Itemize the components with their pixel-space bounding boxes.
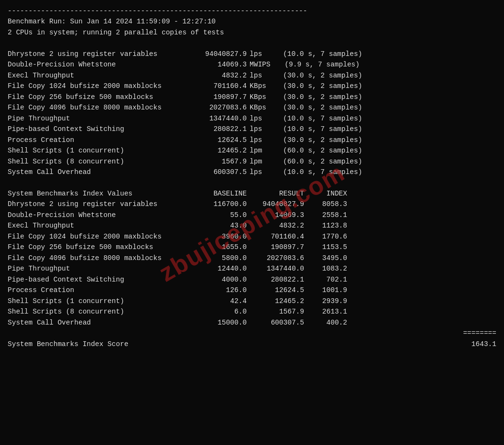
bench-name: Execl Throughput (8, 70, 194, 81)
bench-unit: lps (250, 124, 283, 134)
index-row-baseline: 42.4 (194, 296, 247, 306)
index-header-row: System Benchmarks Index ValuesBASELINERE… (8, 188, 496, 199)
index-row-index: 2613.1 (304, 306, 347, 317)
bench-name: Double-Precision Whetstone (8, 59, 194, 70)
index-row-name: Execl Throughput (8, 220, 194, 231)
divider-top: ----------------------------------------… (8, 6, 496, 16)
header-line2: 2 CPUs in system; running 2 parallel cop… (8, 27, 496, 38)
index-col4-header: INDEX (304, 188, 347, 199)
bench-unit: MWIPS (250, 59, 283, 70)
index-col2-header: BASELINE (194, 188, 247, 199)
benchmark-row: Pipe Throughput1347440.0lps(10.0 s, 7 sa… (8, 113, 496, 124)
bench-unit: lps (250, 49, 283, 59)
bench-value: 1347440.0 (194, 113, 247, 124)
index-row-result: 600307.5 (247, 317, 304, 328)
index-row-baseline: 3960.0 (194, 231, 247, 242)
bench-info: (10.0 s, 7 samples) (283, 49, 362, 59)
terminal: ----------------------------------------… (8, 6, 496, 349)
bench-value: 12624.5 (194, 135, 247, 145)
equals-line: ======== (8, 328, 496, 338)
benchmark-row: Shell Scripts (8 concurrent)1567.9lpm(60… (8, 156, 496, 167)
bench-name: File Copy 4096 bufsize 8000 maxblocks (8, 102, 194, 113)
benchmark-row: Process Creation12624.5lps(30.0 s, 2 sam… (8, 135, 496, 145)
index-row-name: Double-Precision Whetstone (8, 210, 194, 220)
index-data-row: System Call Overhead15000.0600307.5400.2 (8, 317, 496, 328)
bench-info: (10.0 s, 7 samples) (283, 113, 362, 124)
index-row-result: 280822.1 (247, 274, 304, 285)
index-row-name: File Copy 4096 bufsize 8000 maxblocks (8, 253, 194, 263)
bench-info: (10.0 s, 7 samples) (283, 167, 362, 177)
index-row-baseline: 12440.0 (194, 263, 247, 274)
index-data-row: Dhrystone 2 using register variables1167… (8, 199, 496, 209)
index-row-index: 3495.0 (304, 253, 347, 263)
bench-info: (10.0 s, 7 samples) (283, 124, 362, 134)
index-row-index: 400.2 (304, 317, 347, 328)
index-container: System Benchmarks Index ValuesBASELINERE… (8, 188, 496, 328)
bench-value: 12465.2 (194, 145, 247, 156)
index-row-name: Pipe Throughput (8, 263, 194, 274)
bench-name: Pipe-based Context Switching (8, 124, 194, 134)
benchmark-row: Pipe-based Context Switching280822.1lps(… (8, 124, 496, 134)
bench-unit: lps (250, 167, 283, 177)
bench-name: File Copy 256 bufsize 500 maxblocks (8, 92, 194, 102)
bench-name: Shell Scripts (1 concurrent) (8, 145, 194, 156)
bench-unit: KBps (250, 102, 283, 113)
index-col1-header: System Benchmarks Index Values (8, 188, 194, 199)
bench-unit: KBps (250, 81, 283, 91)
bench-unit: lps (250, 113, 283, 124)
bench-value: 280822.1 (194, 124, 247, 134)
index-row-index: 1770.6 (304, 231, 347, 242)
bench-value: 14069.3 (194, 59, 247, 70)
bench-value: 2027083.6 (194, 102, 247, 113)
index-row-name: Process Creation (8, 285, 194, 295)
benchmark-row: Execl Throughput4832.2lps(30.0 s, 2 samp… (8, 70, 496, 81)
bench-unit: lpm (250, 145, 283, 156)
bench-value: 1567.9 (194, 156, 247, 167)
benchmark-row: Dhrystone 2 using register variables9404… (8, 49, 496, 59)
index-row-name: Pipe-based Context Switching (8, 274, 194, 285)
index-data-row: Execl Throughput43.04832.21123.8 (8, 220, 496, 231)
index-row-index: 1083.2 (304, 263, 347, 274)
index-row-result: 14069.3 (247, 210, 304, 220)
benchmark-row: File Copy 1024 bufsize 2000 maxblocks701… (8, 81, 496, 91)
index-data-row: Pipe Throughput12440.01347440.01083.2 (8, 263, 496, 274)
bench-name: Shell Scripts (8 concurrent) (8, 156, 194, 167)
index-row-index: 1001.9 (304, 285, 347, 295)
index-row-result: 1347440.0 (247, 263, 304, 274)
bench-info: (30.0 s, 2 samples) (283, 102, 362, 113)
bench-name: Process Creation (8, 135, 194, 145)
bench-unit: KBps (250, 92, 283, 102)
score-label: System Benchmarks Index Score (8, 339, 128, 349)
benchmarks-container: Dhrystone 2 using register variables9404… (8, 49, 496, 178)
index-row-baseline: 5800.0 (194, 253, 247, 263)
bench-value: 4832.2 (194, 70, 247, 81)
index-row-result: 190897.7 (247, 242, 304, 252)
index-row-name: System Call Overhead (8, 317, 194, 328)
benchmark-row: Shell Scripts (1 concurrent)12465.2lpm(6… (8, 145, 496, 156)
index-row-result: 1567.9 (247, 306, 304, 317)
bench-name: File Copy 1024 bufsize 2000 maxblocks (8, 81, 194, 91)
benchmark-row: System Call Overhead600307.5lps(10.0 s, … (8, 167, 496, 177)
benchmark-row: Double-Precision Whetstone14069.3MWIPS(9… (8, 59, 496, 70)
index-row-index: 2939.9 (304, 296, 347, 306)
index-row-baseline: 15000.0 (194, 317, 247, 328)
benchmark-row: File Copy 256 bufsize 500 maxblocks19089… (8, 92, 496, 102)
index-row-index: 702.1 (304, 274, 347, 285)
index-row-result: 2027083.6 (247, 253, 304, 263)
index-data-row: File Copy 4096 bufsize 8000 maxblocks580… (8, 253, 496, 263)
index-row-result: 4832.2 (247, 220, 304, 231)
index-row-index: 8058.3 (304, 199, 347, 209)
index-row-index: 1153.5 (304, 242, 347, 252)
index-data-row: File Copy 256 bufsize 500 maxblocks1655.… (8, 242, 496, 252)
index-data-row: Shell Scripts (8 concurrent)6.01567.9261… (8, 306, 496, 317)
index-row-name: Shell Scripts (1 concurrent) (8, 296, 194, 306)
bench-info: (30.0 s, 2 samples) (283, 92, 362, 102)
bench-info: (30.0 s, 2 samples) (283, 135, 362, 145)
index-row-name: Shell Scripts (8 concurrent) (8, 306, 194, 317)
bench-info: (60.0 s, 2 samples) (283, 156, 362, 167)
index-data-row: Double-Precision Whetstone55.014069.3255… (8, 210, 496, 220)
index-row-baseline: 43.0 (194, 220, 247, 231)
index-data-row: Pipe-based Context Switching4000.0280822… (8, 274, 496, 285)
bench-info: (9.9 s, 7 samples) (283, 59, 360, 70)
index-row-name: File Copy 256 bufsize 500 maxblocks (8, 242, 194, 252)
